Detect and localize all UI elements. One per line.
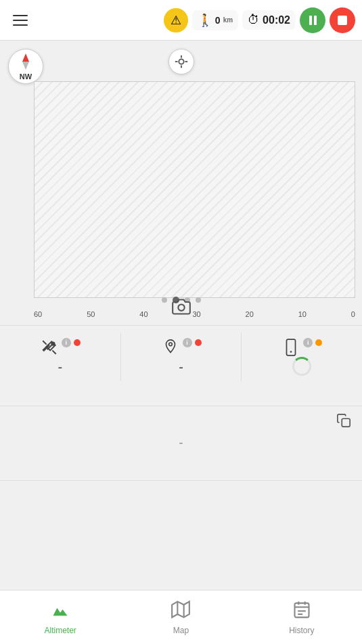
compass-north (22, 53, 29, 62)
compass-direction: NW (20, 72, 32, 81)
location-status-dot (195, 339, 202, 346)
nav-map[interactable]: Map (120, 591, 241, 644)
svg-point-5 (178, 305, 184, 311)
stat-satellite: i - (0, 332, 120, 381)
camera-button[interactable] (168, 294, 194, 320)
steps-unit: km (223, 16, 233, 24)
location-value: - (179, 360, 183, 375)
chart-container: NW 60 50 40 30 20 10 0 (0, 41, 362, 325)
chart-x-axis: 60 50 40 30 20 10 0 (34, 310, 355, 318)
satellite-info[interactable]: i (62, 338, 71, 347)
device-status-dot (315, 339, 322, 346)
pause-button[interactable] (300, 7, 325, 33)
timer-stat: ⏱ 00:02 (242, 10, 296, 30)
walk-icon: 🚶 (198, 13, 212, 28)
nav-altimeter-label: Altimeter (44, 626, 76, 635)
top-bar: ⚠ 🚶 0 km ⏱ 00:02 (0, 0, 362, 41)
stop-button[interactable] (330, 7, 355, 33)
pin-icon (161, 338, 180, 357)
bottom-value: - (179, 436, 183, 450)
svg-point-8 (51, 342, 54, 345)
bottom-nav: Altimeter Map History (0, 590, 362, 644)
chart-area (34, 81, 355, 298)
location-button[interactable] (168, 49, 194, 74)
nav-altimeter[interactable]: Altimeter (0, 591, 120, 644)
svg-marker-14 (173, 601, 190, 617)
warning-badge[interactable]: ⚠ (164, 8, 188, 33)
steps-value: 0 (215, 15, 221, 26)
location-info[interactable]: i (183, 338, 192, 347)
device-spinner (292, 357, 311, 376)
timer-value: 00:02 (263, 14, 290, 26)
phone-icon (281, 338, 300, 357)
svg-line-6 (43, 341, 46, 344)
stat-location: i - (120, 332, 242, 381)
altimeter-icon (51, 600, 70, 623)
svg-rect-17 (294, 603, 309, 617)
satellite-value: - (58, 360, 63, 375)
device-info[interactable]: i (303, 338, 313, 347)
map-icon (171, 600, 190, 623)
page-dot-4[interactable] (196, 297, 201, 303)
svg-rect-13 (342, 418, 350, 427)
copy-button[interactable] (336, 413, 351, 432)
stats-row: i - i - i (0, 325, 362, 406)
compass-south (22, 62, 29, 70)
bottom-panel: - (0, 406, 362, 481)
nav-history[interactable]: History (242, 591, 362, 644)
svg-line-7 (52, 350, 55, 353)
nav-map-label: Map (173, 626, 189, 635)
satellite-status-dot (74, 339, 81, 346)
warning-icon: ⚠ (171, 13, 181, 28)
svg-point-10 (168, 343, 172, 346)
svg-rect-11 (287, 339, 296, 356)
top-bar-widgets: ⚠ 🚶 0 km ⏱ 00:02 (164, 7, 355, 33)
stat-device: i (241, 332, 362, 381)
history-icon (292, 600, 311, 623)
timer-icon: ⏱ (248, 13, 260, 27)
compass-button[interactable]: NW (8, 49, 43, 84)
steps-stat: 🚶 0 km (192, 10, 238, 30)
svg-point-0 (179, 59, 183, 64)
nav-history-label: History (289, 626, 314, 635)
satellite-icon (40, 338, 59, 357)
menu-button[interactable] (7, 7, 34, 34)
page-dot-1[interactable] (162, 297, 167, 303)
